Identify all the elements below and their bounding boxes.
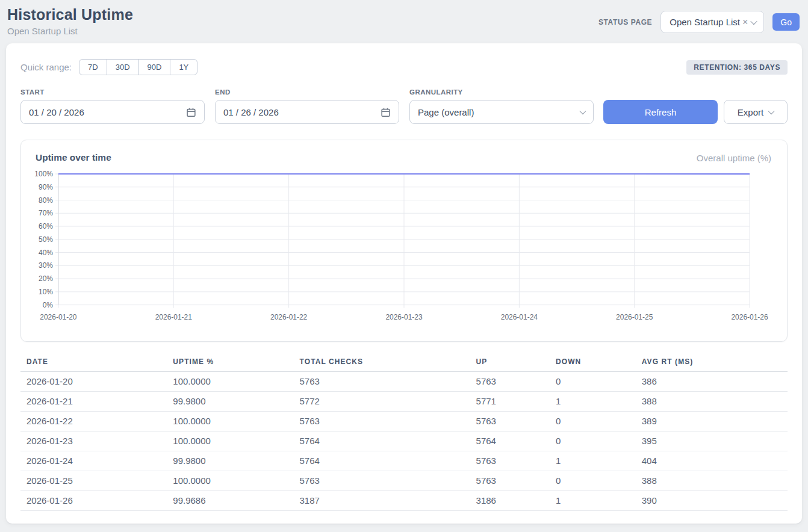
clear-selection-icon[interactable]: × [742,17,748,27]
quick-range-button-90d[interactable]: 90D [138,59,171,75]
page-title: Historical Uptime [7,6,133,23]
table-cell: 3186 [470,491,550,511]
quick-range-group: 7D30D90D1Y [79,59,197,75]
table-header-row: DATEUPTIME %TOTAL CHECKSUPDOWNAVG RT (MS… [20,351,788,372]
table-column-header: DATE [20,351,167,372]
svg-text:80%: 80% [39,196,53,205]
svg-text:70%: 70% [39,209,53,217]
table-cell: 5772 [294,392,470,412]
table-cell: 5763 [470,451,550,471]
table-cell: 2026-01-20 [20,372,167,392]
header-titles: Historical Uptime Open Startup List [7,6,133,36]
table-cell: 100.0000 [167,412,293,431]
table-cell: 3187 [294,491,470,511]
end-date-label: END [215,88,399,96]
uptime-chart-svg: 0%10%20%30%40%50%60%70%80%90%100%2026-01… [31,168,777,324]
chart-header: Uptime over time Overall uptime (%) [31,152,777,163]
table-row: 2026-01-2199.9800577257711388 [20,392,788,412]
table-cell: 5763 [294,471,470,491]
quick-range-button-7d[interactable]: 7D [79,59,107,75]
table-cell: 5764 [470,431,550,451]
table-row: 2026-01-20100.0000576357630386 [20,372,788,392]
chart-title: Uptime over time [36,152,111,163]
quick-range-button-30d[interactable]: 30D [107,59,139,75]
svg-text:30%: 30% [39,261,53,270]
calendar-icon[interactable] [381,107,391,117]
table-cell: 5763 [294,372,470,392]
svg-text:40%: 40% [39,249,53,257]
table-cell: 0 [550,431,636,451]
granularity-select[interactable]: Page (overall) [409,100,594,124]
svg-text:2026-01-20: 2026-01-20 [40,313,77,321]
header-controls: STATUS PAGE Open Startup List × Go [598,11,800,33]
start-date-value: 01 / 20 / 2026 [29,107,186,117]
chevron-down-icon [751,17,757,24]
uptime-table: DATEUPTIME %TOTAL CHECKSUPDOWNAVG RT (MS… [20,351,788,511]
svg-text:10%: 10% [39,288,53,296]
table-cell: 1 [550,491,636,511]
table-cell: 1 [550,451,636,471]
table-cell: 5763 [470,412,550,431]
table-cell: 2026-01-22 [20,412,167,431]
go-button[interactable]: Go [772,13,800,31]
table-body: 2026-01-20100.00005763576303862026-01-21… [20,372,788,511]
start-date-label: START [20,88,205,96]
table-cell: 0 [550,412,636,431]
granularity-selected-value: Page (overall) [418,107,580,117]
chart-legend: Overall uptime (%) [697,153,771,163]
table-column-header: UP [470,351,550,372]
main-card: Quick range: 7D30D90D1Y RETENTION: 365 D… [6,43,802,524]
filters-row: START 01 / 20 / 2026 END 01 / 26 / 2026 [20,88,788,124]
table-row: 2026-01-2499.9800576457631404 [20,451,788,471]
end-date-input[interactable]: 01 / 26 / 2026 [215,100,399,124]
status-page-selected-value: Open Startup List [670,17,740,27]
table-column-header: AVG RT (MS) [636,351,788,372]
table-cell: 99.9800 [167,451,293,471]
granularity-label: GRANULARITY [409,88,594,96]
table-cell: 5764 [294,451,470,471]
table-cell: 5763 [470,372,550,392]
table-cell: 0 [550,372,636,392]
table-cell: 404 [636,451,788,471]
table-cell: 2026-01-21 [20,392,167,412]
svg-text:2026-01-21: 2026-01-21 [155,313,193,321]
calendar-icon[interactable] [186,107,196,117]
export-button[interactable]: Export [724,100,788,124]
table-cell: 0 [550,471,636,491]
status-page-select[interactable]: Open Startup List × [660,11,764,33]
table-column-header: DOWN [550,351,636,372]
quick-range-label: Quick range: [20,62,72,72]
svg-text:90%: 90% [39,183,53,191]
table-cell: 99.9800 [167,392,293,412]
table-cell: 386 [636,372,788,392]
table-cell: 395 [636,431,788,451]
table-cell: 100.0000 [167,372,293,392]
svg-text:100%: 100% [34,170,53,178]
granularity-field-group: GRANULARITY Page (overall) [409,88,594,124]
quick-range-button-1y[interactable]: 1Y [170,59,197,75]
svg-text:2026-01-26: 2026-01-26 [731,313,768,321]
start-date-field-group: START 01 / 20 / 2026 [20,88,205,124]
end-date-field-group: END 01 / 26 / 2026 [215,88,399,124]
end-date-value: 01 / 26 / 2026 [223,107,381,117]
table-cell: 2026-01-25 [20,471,167,491]
table-cell: 5763 [470,471,550,491]
table-column-header: UPTIME % [167,351,293,372]
uptime-chart-card: Uptime over time Overall uptime (%) 0%10… [20,140,788,342]
svg-text:2026-01-23: 2026-01-23 [385,313,423,321]
table-cell: 388 [636,392,788,412]
table-cell: 5771 [470,392,550,412]
chart-plot-area: 0%10%20%30%40%50%60%70%80%90%100%2026-01… [31,168,777,327]
table-cell: 5763 [294,412,470,431]
table-cell: 5764 [294,431,470,451]
table-row: 2026-01-2699.9686318731861390 [20,491,788,511]
table-cell: 100.0000 [167,431,293,451]
table-cell: 2026-01-26 [20,491,167,511]
table-cell: 2026-01-23 [20,431,167,451]
table-cell: 99.9686 [167,491,293,511]
svg-text:2026-01-25: 2026-01-25 [616,313,653,321]
refresh-button[interactable]: Refresh [603,100,718,124]
table-cell: 1 [550,392,636,412]
retention-badge: RETENTION: 365 DAYS [686,60,788,75]
start-date-input[interactable]: 01 / 20 / 2026 [20,100,205,124]
